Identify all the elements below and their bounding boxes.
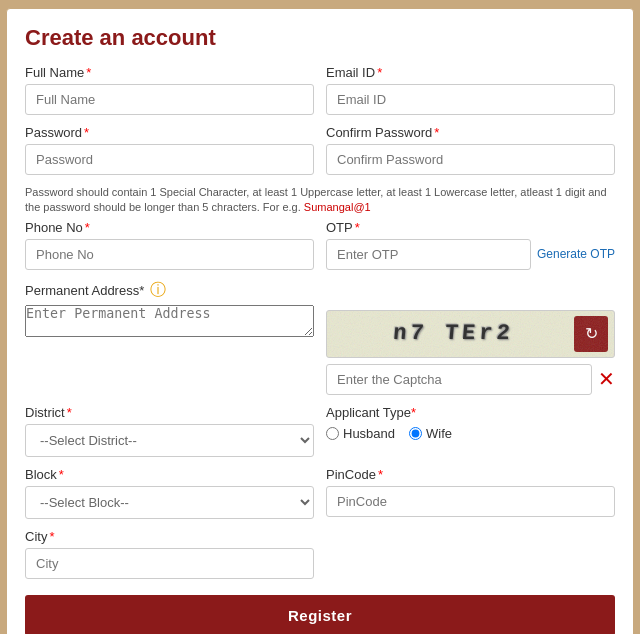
block-select[interactable]: --Select Block-- — [25, 486, 314, 519]
email-input[interactable] — [326, 84, 615, 115]
row-address-captcha: Permanent Address* ⓘ n7 TEr2 ↻ ✕ — [25, 280, 615, 395]
husband-radio-label[interactable]: Husband — [326, 426, 395, 441]
fullname-group: Full Name* — [25, 65, 314, 115]
address-group: Permanent Address* ⓘ — [25, 280, 314, 337]
row-phone-otp: Phone No* OTP* Generate OTP — [25, 220, 615, 270]
confirm-password-group: Confirm Password* — [326, 125, 615, 175]
confirm-password-input[interactable] — [326, 144, 615, 175]
password-group: Password* — [25, 125, 314, 175]
captcha-text: n7 TEr2 — [332, 321, 575, 346]
address-label: Permanent Address* — [25, 283, 144, 298]
block-group: Block* --Select Block-- — [25, 467, 314, 519]
row-city: City* — [25, 529, 615, 579]
phone-group: Phone No* — [25, 220, 314, 270]
district-group: District* --Select District-- — [25, 405, 314, 457]
fullname-label: Full Name* — [25, 65, 314, 80]
otp-input[interactable] — [326, 239, 531, 270]
email-label: Email ID* — [326, 65, 615, 80]
register-button[interactable]: Register — [25, 595, 615, 634]
address-label-row: Permanent Address* ⓘ — [25, 280, 314, 301]
registration-form: Create an account Full Name* Email ID* P… — [6, 8, 634, 634]
email-group: Email ID* — [326, 65, 615, 115]
wife-radio-label[interactable]: Wife — [409, 426, 452, 441]
password-label: Password* — [25, 125, 314, 140]
pincode-group: PinCode* — [326, 467, 615, 519]
captcha-clear-button[interactable]: ✕ — [598, 369, 615, 389]
city-label: City* — [25, 529, 314, 544]
otp-input-row: Generate OTP — [326, 239, 615, 270]
phone-label: Phone No* — [25, 220, 314, 235]
otp-label: OTP* — [326, 220, 615, 235]
wife-radio[interactable] — [409, 427, 422, 440]
applicant-type-label: Applicant Type* — [326, 405, 615, 420]
generate-otp-button[interactable]: Generate OTP — [537, 247, 615, 261]
password-input[interactable] — [25, 144, 314, 175]
pincode-input[interactable] — [326, 486, 615, 517]
husband-radio[interactable] — [326, 427, 339, 440]
applicant-radio-row: Husband Wife — [326, 426, 615, 445]
password-hint: Password should contain 1 Special Charac… — [25, 185, 615, 216]
city-group: City* — [25, 529, 314, 579]
row-password: Password* Confirm Password* — [25, 125, 615, 175]
row-district-applicant: District* --Select District-- Applicant … — [25, 405, 615, 457]
row-name-email: Full Name* Email ID* — [25, 65, 615, 115]
captcha-input-row: ✕ — [326, 364, 615, 395]
row-block-pincode: Block* --Select Block-- PinCode* — [25, 467, 615, 519]
captcha-input[interactable] — [326, 364, 592, 395]
info-icon[interactable]: ⓘ — [150, 280, 166, 301]
city-spacer — [326, 529, 615, 579]
fullname-input[interactable] — [25, 84, 314, 115]
otp-group: OTP* Generate OTP — [326, 220, 615, 270]
district-label: District* — [25, 405, 314, 420]
district-select[interactable]: --Select District-- — [25, 424, 314, 457]
captcha-image: n7 TEr2 ↻ — [326, 310, 615, 358]
applicant-type-group: Applicant Type* Husband Wife — [326, 405, 615, 457]
address-input[interactable] — [25, 305, 314, 337]
pincode-label: PinCode* — [326, 467, 615, 482]
confirm-password-label: Confirm Password* — [326, 125, 615, 140]
captcha-refresh-button[interactable]: ↻ — [574, 316, 608, 352]
captcha-group: n7 TEr2 ↻ ✕ — [326, 280, 615, 395]
city-input[interactable] — [25, 548, 314, 579]
phone-input[interactable] — [25, 239, 314, 270]
page-title: Create an account — [25, 25, 615, 51]
block-label: Block* — [25, 467, 314, 482]
